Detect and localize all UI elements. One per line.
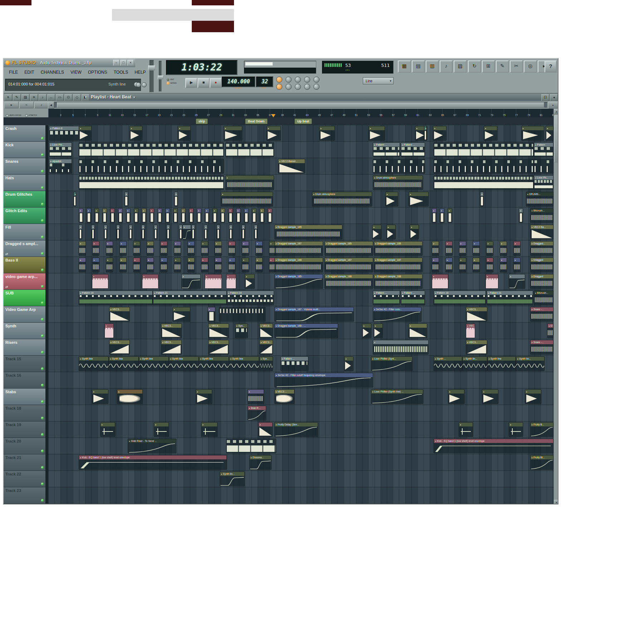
track-enable-led[interactable] xyxy=(41,203,44,205)
playlist-clip[interactable]: ▸Snare -... xyxy=(530,340,553,355)
playlist-clip[interactable]: ▸ xyxy=(94,208,99,223)
track-header-track-19[interactable]: Track 19 xyxy=(4,421,45,438)
playlist-clip[interactable]: ▸ xyxy=(73,192,76,206)
playlist-clip[interactable]: ▸ xyxy=(106,258,113,272)
playlist-clip[interactable]: ▸Dragged sample_187 - Volume multi... xyxy=(274,307,354,322)
playlist-clip[interactable]: ▸Stab Riser - To Send ... xyxy=(128,439,176,453)
main-volume-knob[interactable] xyxy=(136,82,141,87)
playlist-clip[interactable] xyxy=(225,142,274,157)
playlist-clip[interactable]: ▸Syn... xyxy=(235,323,248,338)
playlist-clip[interactable]: ▸Pattern ... xyxy=(373,291,400,305)
playlist-clip[interactable]: ▸Synth line xyxy=(139,356,169,371)
snap-selector[interactable]: Line xyxy=(363,77,394,84)
playlist-clip[interactable]: ▸ xyxy=(130,126,142,141)
playlist-clip[interactable]: ▸ xyxy=(424,126,427,141)
tempo-display[interactable]: 140.000 xyxy=(222,77,255,87)
playlist-clip[interactable]: ▸VEC2 Bassd... xyxy=(278,159,305,174)
playlist-clip[interactable]: ▸ xyxy=(432,208,436,223)
playlist-clip[interactable]: ▸VEC3... xyxy=(259,323,273,338)
playlist-clip[interactable]: ▸ xyxy=(208,307,215,322)
record-button[interactable]: ● xyxy=(210,78,222,88)
vscroll-down-arrow[interactable]: ▼ xyxy=(554,500,558,504)
playlist-clip[interactable]: ▸ xyxy=(432,258,439,272)
playlist-clip[interactable]: ▸ xyxy=(252,208,257,223)
playlist-clip[interactable]: ▸ xyxy=(525,389,541,404)
playlist-clip[interactable]: ▸ xyxy=(519,208,523,223)
playlist-clip[interactable]: ▸ xyxy=(142,208,146,223)
playlist-clip[interactable]: ▸ xyxy=(546,126,553,141)
playlist-clip[interactable]: ▸ xyxy=(248,389,264,404)
playlist-clip[interactable]: ▸Bitcrush... xyxy=(534,291,553,305)
select-icon[interactable]: ▭ xyxy=(56,94,64,101)
playlist-clip[interactable]: ▸ xyxy=(79,225,82,239)
playlist-clip[interactable]: ▸ xyxy=(241,225,245,239)
automation-tab-icon[interactable]: ♪ xyxy=(34,102,49,108)
track-enable-led[interactable] xyxy=(41,335,44,337)
playlist-clip[interactable]: ▸ xyxy=(79,126,92,141)
playlist-clip[interactable]: ▸ xyxy=(226,274,236,289)
playlist-clip[interactable] xyxy=(434,175,534,190)
track-header-snares[interactable]: Snares xyxy=(4,158,45,175)
playlist-title-dropdown-icon[interactable]: ▾ xyxy=(133,96,135,99)
track-enable-led[interactable] xyxy=(41,483,44,485)
track-enable-led[interactable] xyxy=(41,186,44,189)
playlist-clip[interactable]: ▸ xyxy=(215,258,222,272)
playlist-clip[interactable]: ▸ xyxy=(79,258,86,272)
playlist-clip[interactable] xyxy=(226,439,276,453)
playlist-clip[interactable]: ▸ xyxy=(174,192,178,206)
playlist-clip[interactable]: ▸ xyxy=(225,175,274,190)
track-enable-led[interactable] xyxy=(41,433,44,436)
playlist-clip[interactable]: ▸ xyxy=(181,208,186,223)
paint-icon[interactable]: ▨ xyxy=(21,94,29,101)
track-enable-led[interactable] xyxy=(41,219,44,222)
mute-icon[interactable]: ♪ xyxy=(39,94,47,101)
track-enable-led[interactable] xyxy=(41,499,44,502)
vscroll-up-arrow[interactable]: ▲ xyxy=(554,109,558,114)
playlist-clip[interactable]: ▸Dragged sample_188 xyxy=(374,274,423,289)
title-bar[interactable]: FL STUDIO Audio Technica .Drums._3.flp –… xyxy=(4,59,135,67)
playlist-clip[interactable]: ▸Pattern ... xyxy=(373,142,400,157)
detach-icon[interactable]: ⊡ xyxy=(541,94,549,101)
track-header-dragged-s-ampl-[interactable]: Dragged s ampl...⇄ xyxy=(4,240,45,257)
track-enable-led[interactable] xyxy=(41,417,44,419)
playlist-clip[interactable]: ▸ xyxy=(386,225,396,239)
playlist-clip[interactable]: ▸Stab R... xyxy=(248,406,266,420)
plugin-picker-icon[interactable]: ⊞ xyxy=(482,60,495,73)
playlist-clip[interactable]: ▸Dragged sample_188 xyxy=(274,258,323,272)
playlist-clip[interactable]: ▸ xyxy=(129,225,132,239)
playlist-clip[interactable]: ▸ xyxy=(178,126,191,141)
playlist-clip[interactable]: ▸ xyxy=(201,422,218,437)
playlist-clip[interactable]: ▸ xyxy=(150,208,154,223)
playlist-clip[interactable]: ▸ xyxy=(133,241,140,256)
track-enable-led[interactable] xyxy=(41,153,44,156)
playlist-clip[interactable]: ▸ xyxy=(500,241,507,256)
playlist-clip[interactable]: ▸ xyxy=(255,258,263,272)
playlist-clip[interactable]: ▸ xyxy=(201,241,208,256)
playlist-clip[interactable]: ▸ xyxy=(79,208,83,223)
playlist-clip[interactable]: ▸ xyxy=(242,241,249,256)
track-header-glitch-edits[interactable]: Glitch Edits xyxy=(4,208,45,224)
playlist-clip[interactable]: ▸ xyxy=(154,422,169,437)
playlist-clip[interactable]: ▸DRUMS... xyxy=(526,192,553,206)
playlist-clip[interactable]: ▸ xyxy=(181,274,201,289)
playlist-clip[interactable]: ▸ xyxy=(500,258,507,272)
shuffle-slider-thumb[interactable] xyxy=(158,75,164,79)
track-enable-led[interactable] xyxy=(41,252,44,255)
track-enable-led[interactable] xyxy=(41,450,44,452)
playlist-clip[interactable]: ▸ xyxy=(459,241,466,256)
snap-icon[interactable]: ◇ xyxy=(73,94,81,101)
playlist-clip[interactable]: ▸ xyxy=(432,241,439,256)
playlist-clip[interactable]: ▸ xyxy=(172,307,190,322)
playlist-clip[interactable]: ▸ xyxy=(134,208,138,223)
playlist-clip[interactable]: ▸Bitcrush... xyxy=(530,208,553,223)
playlist-clip[interactable]: ▸ xyxy=(433,126,447,141)
playlist-clip[interactable]: ▸ xyxy=(432,274,448,289)
delete-icon[interactable]: ✕ xyxy=(30,94,38,101)
track-enable-led[interactable] xyxy=(41,269,44,271)
track-header-hats[interactable]: Hats xyxy=(4,175,45,191)
playlist-clip[interactable]: ▸Pattern 21 xyxy=(153,291,227,305)
playlist-clip[interactable]: ▸ xyxy=(459,422,473,437)
slip-icon[interactable]: ↔ xyxy=(47,94,55,101)
record-option-button[interactable] xyxy=(276,84,282,90)
track-header-track-20[interactable]: Track 20 xyxy=(4,438,45,454)
